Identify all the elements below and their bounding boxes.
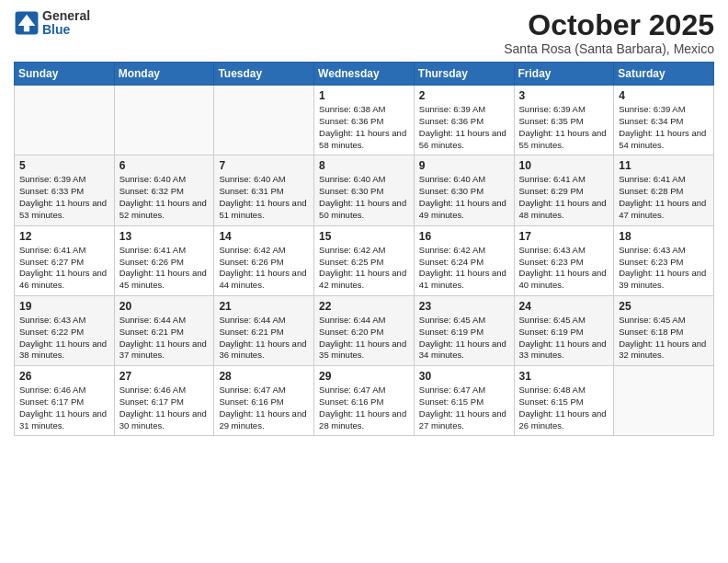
calendar-cell: 29Sunrise: 6:47 AM Sunset: 6:16 PM Dayli… xyxy=(314,366,415,436)
day-info: Sunrise: 6:43 AM Sunset: 6:23 PM Dayligh… xyxy=(619,245,709,292)
title-block: October 2025 Santa Rosa (Santa Barbara),… xyxy=(504,9,714,56)
day-info: Sunrise: 6:41 AM Sunset: 6:29 PM Dayligh… xyxy=(519,174,609,221)
day-number: 23 xyxy=(419,300,509,313)
svg-rect-2 xyxy=(24,27,29,32)
calendar-cell: 1Sunrise: 6:38 AM Sunset: 6:36 PM Daylig… xyxy=(314,86,415,155)
calendar-cell: 7Sunrise: 6:40 AM Sunset: 6:31 PM Daylig… xyxy=(214,155,314,225)
day-info: Sunrise: 6:38 AM Sunset: 6:36 PM Dayligh… xyxy=(319,104,409,151)
day-info: Sunrise: 6:44 AM Sunset: 6:20 PM Dayligh… xyxy=(319,315,409,362)
day-info: Sunrise: 6:41 AM Sunset: 6:26 PM Dayligh… xyxy=(119,245,210,292)
day-info: Sunrise: 6:47 AM Sunset: 6:16 PM Dayligh… xyxy=(319,385,409,431)
weekday-header-sunday: Sunday xyxy=(15,63,115,86)
calendar-cell: 17Sunrise: 6:43 AM Sunset: 6:23 PM Dayli… xyxy=(514,225,614,295)
logo-blue-text: Blue xyxy=(42,23,90,37)
calendar-cell: 14Sunrise: 6:42 AM Sunset: 6:26 PM Dayli… xyxy=(214,225,314,295)
calendar-cell: 19Sunrise: 6:43 AM Sunset: 6:22 PM Dayli… xyxy=(15,295,115,365)
calendar-week-row-3: 12Sunrise: 6:41 AM Sunset: 6:27 PM Dayli… xyxy=(15,225,714,295)
logo-text: General Blue xyxy=(42,9,90,38)
calendar-cell: 23Sunrise: 6:45 AM Sunset: 6:19 PM Dayli… xyxy=(414,295,514,365)
day-info: Sunrise: 6:44 AM Sunset: 6:21 PM Dayligh… xyxy=(119,315,210,362)
day-number: 27 xyxy=(119,370,210,383)
calendar-cell: 8Sunrise: 6:40 AM Sunset: 6:30 PM Daylig… xyxy=(314,155,415,225)
calendar-cell: 26Sunrise: 6:46 AM Sunset: 6:17 PM Dayli… xyxy=(15,366,115,436)
calendar-cell: 10Sunrise: 6:41 AM Sunset: 6:29 PM Dayli… xyxy=(514,155,614,225)
calendar-cell: 4Sunrise: 6:39 AM Sunset: 6:34 PM Daylig… xyxy=(614,86,714,155)
day-number: 21 xyxy=(219,300,309,313)
calendar-week-row-4: 19Sunrise: 6:43 AM Sunset: 6:22 PM Dayli… xyxy=(15,295,714,365)
day-number: 7 xyxy=(219,159,309,172)
calendar-cell: 18Sunrise: 6:43 AM Sunset: 6:23 PM Dayli… xyxy=(614,225,714,295)
day-number: 2 xyxy=(419,89,509,102)
calendar-cell: 12Sunrise: 6:41 AM Sunset: 6:27 PM Dayli… xyxy=(15,225,115,295)
day-info: Sunrise: 6:40 AM Sunset: 6:30 PM Dayligh… xyxy=(319,174,409,221)
day-number: 5 xyxy=(19,159,109,172)
calendar-cell: 6Sunrise: 6:40 AM Sunset: 6:32 PM Daylig… xyxy=(114,155,214,225)
day-number: 20 xyxy=(119,300,210,313)
weekday-header-wednesday: Wednesday xyxy=(314,63,415,86)
calendar-cell: 16Sunrise: 6:42 AM Sunset: 6:24 PM Dayli… xyxy=(414,225,514,295)
day-info: Sunrise: 6:42 AM Sunset: 6:24 PM Dayligh… xyxy=(419,245,509,292)
day-info: Sunrise: 6:42 AM Sunset: 6:25 PM Dayligh… xyxy=(319,245,409,292)
calendar-cell: 3Sunrise: 6:39 AM Sunset: 6:35 PM Daylig… xyxy=(514,86,614,155)
calendar-cell: 20Sunrise: 6:44 AM Sunset: 6:21 PM Dayli… xyxy=(114,295,214,365)
header: General Blue October 2025 Santa Rosa (Sa… xyxy=(14,9,714,56)
day-number: 16 xyxy=(419,230,509,243)
day-number: 31 xyxy=(519,370,609,383)
weekday-header-friday: Friday xyxy=(514,63,614,86)
day-number: 22 xyxy=(319,300,409,313)
calendar-table: SundayMondayTuesdayWednesdayThursdayFrid… xyxy=(14,62,714,436)
day-info: Sunrise: 6:43 AM Sunset: 6:22 PM Dayligh… xyxy=(19,315,109,362)
day-info: Sunrise: 6:46 AM Sunset: 6:17 PM Dayligh… xyxy=(119,385,210,431)
day-number: 26 xyxy=(19,370,109,383)
day-number: 25 xyxy=(619,300,709,313)
day-info: Sunrise: 6:40 AM Sunset: 6:32 PM Dayligh… xyxy=(119,174,210,221)
calendar-cell xyxy=(15,86,115,155)
calendar-cell: 5Sunrise: 6:39 AM Sunset: 6:33 PM Daylig… xyxy=(15,155,115,225)
day-number: 28 xyxy=(219,370,309,383)
day-info: Sunrise: 6:44 AM Sunset: 6:21 PM Dayligh… xyxy=(219,315,309,362)
day-number: 10 xyxy=(519,159,609,172)
day-info: Sunrise: 6:39 AM Sunset: 6:36 PM Dayligh… xyxy=(419,104,509,151)
day-info: Sunrise: 6:45 AM Sunset: 6:19 PM Dayligh… xyxy=(519,315,609,362)
calendar-cell: 27Sunrise: 6:46 AM Sunset: 6:17 PM Dayli… xyxy=(114,366,214,436)
day-number: 1 xyxy=(319,89,409,102)
day-info: Sunrise: 6:47 AM Sunset: 6:15 PM Dayligh… xyxy=(419,385,509,431)
day-info: Sunrise: 6:40 AM Sunset: 6:30 PM Dayligh… xyxy=(419,174,509,221)
day-number: 4 xyxy=(619,89,709,102)
day-info: Sunrise: 6:43 AM Sunset: 6:23 PM Dayligh… xyxy=(519,245,609,292)
calendar-cell: 21Sunrise: 6:44 AM Sunset: 6:21 PM Dayli… xyxy=(214,295,314,365)
weekday-header-tuesday: Tuesday xyxy=(214,63,314,86)
calendar-cell: 11Sunrise: 6:41 AM Sunset: 6:28 PM Dayli… xyxy=(614,155,714,225)
day-number: 12 xyxy=(19,230,109,243)
day-number: 30 xyxy=(419,370,509,383)
day-number: 18 xyxy=(619,230,709,243)
day-info: Sunrise: 6:41 AM Sunset: 6:27 PM Dayligh… xyxy=(19,245,109,292)
day-number: 6 xyxy=(119,159,210,172)
day-number: 3 xyxy=(519,89,609,102)
calendar-cell xyxy=(214,86,314,155)
day-info: Sunrise: 6:45 AM Sunset: 6:19 PM Dayligh… xyxy=(419,315,509,362)
calendar-week-row-1: 1Sunrise: 6:38 AM Sunset: 6:36 PM Daylig… xyxy=(15,86,714,155)
day-number: 11 xyxy=(619,159,709,172)
calendar-cell: 30Sunrise: 6:47 AM Sunset: 6:15 PM Dayli… xyxy=(414,366,514,436)
day-number: 14 xyxy=(219,230,309,243)
calendar-week-row-5: 26Sunrise: 6:46 AM Sunset: 6:17 PM Dayli… xyxy=(15,366,714,436)
calendar-cell: 31Sunrise: 6:48 AM Sunset: 6:15 PM Dayli… xyxy=(514,366,614,436)
day-info: Sunrise: 6:41 AM Sunset: 6:28 PM Dayligh… xyxy=(619,174,709,221)
calendar-cell: 22Sunrise: 6:44 AM Sunset: 6:20 PM Dayli… xyxy=(314,295,415,365)
day-info: Sunrise: 6:45 AM Sunset: 6:18 PM Dayligh… xyxy=(619,315,709,362)
day-number: 24 xyxy=(519,300,609,313)
calendar-cell: 9Sunrise: 6:40 AM Sunset: 6:30 PM Daylig… xyxy=(414,155,514,225)
calendar-cell: 15Sunrise: 6:42 AM Sunset: 6:25 PM Dayli… xyxy=(314,225,415,295)
day-info: Sunrise: 6:47 AM Sunset: 6:16 PM Dayligh… xyxy=(219,385,309,431)
weekday-header-thursday: Thursday xyxy=(414,63,514,86)
weekday-header-saturday: Saturday xyxy=(614,63,714,86)
day-info: Sunrise: 6:48 AM Sunset: 6:15 PM Dayligh… xyxy=(519,385,609,431)
logo-icon xyxy=(14,10,40,36)
day-info: Sunrise: 6:39 AM Sunset: 6:34 PM Dayligh… xyxy=(619,104,709,151)
day-info: Sunrise: 6:39 AM Sunset: 6:35 PM Dayligh… xyxy=(519,104,609,151)
calendar-week-row-2: 5Sunrise: 6:39 AM Sunset: 6:33 PM Daylig… xyxy=(15,155,714,225)
day-number: 17 xyxy=(519,230,609,243)
day-number: 15 xyxy=(319,230,409,243)
calendar-cell: 25Sunrise: 6:45 AM Sunset: 6:18 PM Dayli… xyxy=(614,295,714,365)
